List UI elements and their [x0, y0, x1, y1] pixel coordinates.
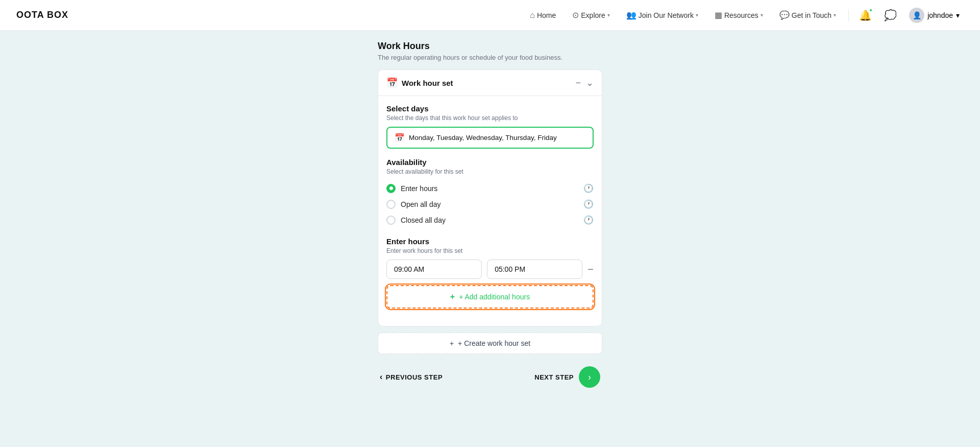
days-select-button[interactable]: 📅 Monday, Tuesday, Wednesday, Thursday, … — [386, 127, 594, 149]
chevron-down-icon: ▾ — [761, 12, 763, 18]
notification-dot — [869, 8, 873, 12]
people-icon: 👥 — [626, 10, 636, 20]
radio-enter-hours[interactable] — [386, 184, 396, 193]
closed-all-day-label: Closed all day — [401, 216, 446, 224]
days-selected-value: Monday, Tuesday, Wednesday, Thursday, Fr… — [409, 134, 557, 142]
user-menu[interactable]: 👤 johndoe ▾ — [905, 6, 964, 25]
nav-links: ⌂ Home ⊙ Explore ▾ 👥 Join Our Network ▾ … — [524, 6, 964, 25]
chat-icon[interactable]: 💭 — [880, 7, 901, 23]
remove-hours-button[interactable]: − — [587, 264, 594, 275]
home-icon: ⌂ — [530, 11, 535, 20]
card-title-row: 📅 Work hour set — [386, 77, 453, 88]
bottom-navigation: ‹ PREVIOUS STEP NEXT STEP › — [378, 366, 602, 388]
select-days-label: Select days — [386, 104, 594, 113]
work-hour-card: 📅 Work hour set − ⌄ Select days Select t… — [378, 69, 602, 326]
end-time-input[interactable]: 05:00 PM — [487, 260, 582, 279]
user-chevron-icon: ▾ — [956, 11, 960, 19]
start-time-value: 09:00 AM — [394, 265, 424, 273]
chevron-down-icon: ▾ — [834, 12, 836, 18]
previous-step-label: PREVIOUS STEP — [386, 373, 443, 381]
add-additional-hours-button[interactable]: + + Add additional hours — [386, 285, 594, 309]
select-days-section: Select days Select the days that this wo… — [386, 104, 594, 149]
expand-button[interactable]: ⌄ — [586, 77, 594, 88]
select-days-sublabel: Select the days that this work hour set … — [386, 114, 594, 122]
nav-explore[interactable]: ⊙ Explore ▾ — [566, 7, 616, 23]
radio-open-all-day[interactable] — [386, 200, 396, 209]
resources-icon: ▦ — [715, 10, 722, 20]
nav-home[interactable]: ⌂ Home — [524, 8, 562, 23]
open-all-day-label: Open all day — [401, 200, 441, 208]
nav-resources[interactable]: ▦ Resources ▾ — [708, 7, 769, 23]
nav-join-network[interactable]: 👥 Join Our Network ▾ — [620, 7, 704, 23]
clock-icon-enter-hours: 🕐 — [583, 183, 594, 193]
calendar-icon: 📅 — [386, 77, 398, 88]
availability-label: Availability — [386, 158, 594, 167]
chevron-down-icon: ▾ — [696, 12, 698, 18]
plus-icon: + — [450, 292, 455, 301]
minimize-button[interactable]: − — [575, 78, 581, 88]
add-hours-label: + Add additional hours — [459, 293, 530, 301]
create-set-label: + Create work hour set — [458, 339, 530, 347]
main-content: Work Hours The regular operating hours o… — [0, 31, 980, 447]
card-header: 📅 Work hour set − ⌄ — [378, 70, 602, 96]
nav-divider — [848, 9, 849, 21]
enter-hours-option-label: Enter hours — [401, 184, 437, 193]
card-actions: − ⌄ — [575, 77, 594, 88]
availability-option-open-all-day: Open all day 🕐 — [386, 196, 594, 212]
next-step-label: NEXT STEP — [534, 373, 574, 381]
brand-logo: OOTA BOX — [16, 10, 68, 20]
navbar: OOTA BOX ⌂ Home ⊙ Explore ▾ 👥 Join Our N… — [0, 0, 980, 31]
next-step-button[interactable]: › — [579, 366, 600, 388]
card-title-text: Work hour set — [402, 79, 453, 87]
enter-hours-label: Enter hours — [386, 237, 594, 246]
radio-closed-all-day[interactable] — [386, 216, 396, 225]
enter-hours-sublabel: Enter work hours for this set — [386, 247, 594, 254]
create-work-hour-set-button[interactable]: + + Create work hour set — [378, 333, 602, 354]
calendar-select-icon: 📅 — [395, 133, 405, 143]
clock-icon-closed-all-day: 🕐 — [583, 215, 594, 225]
nav-get-in-touch[interactable]: 💬 Get in Touch ▾ — [773, 7, 842, 23]
notification-bell[interactable]: 🔔 — [855, 7, 876, 23]
availability-option-closed-all-day: Closed all day 🕐 — [386, 212, 594, 228]
section-title: Work Hours — [378, 41, 602, 52]
hours-row: 09:00 AM 05:00 PM − — [386, 260, 594, 279]
card-body: Select days Select the days that this wo… — [378, 96, 602, 326]
next-step-area: NEXT STEP › — [534, 366, 600, 388]
center-panel: Work Hours The regular operating hours o… — [378, 41, 602, 437]
enter-hours-section: Enter hours Enter work hours for this se… — [386, 237, 594, 309]
prev-chevron-icon: ‹ — [380, 372, 383, 382]
availability-option-enter-hours: Enter hours 🕐 — [386, 180, 594, 196]
availability-section: Availability Select availability for thi… — [386, 158, 594, 228]
avatar: 👤 — [909, 8, 924, 23]
end-time-value: 05:00 PM — [495, 265, 525, 273]
section-subtitle: The regular operating hours or schedule … — [378, 54, 602, 61]
next-arrow-icon: › — [588, 372, 591, 383]
availability-sublabel: Select availability for this set — [386, 168, 594, 175]
chat-bubble-icon: 💬 — [779, 10, 790, 20]
create-set-icon: + — [450, 339, 454, 347]
start-time-input[interactable]: 09:00 AM — [386, 260, 482, 279]
clock-icon-open-all-day: 🕐 — [583, 199, 594, 209]
previous-step-button[interactable]: ‹ PREVIOUS STEP — [380, 372, 443, 382]
location-icon: ⊙ — [572, 10, 579, 20]
chevron-down-icon: ▾ — [607, 12, 610, 18]
